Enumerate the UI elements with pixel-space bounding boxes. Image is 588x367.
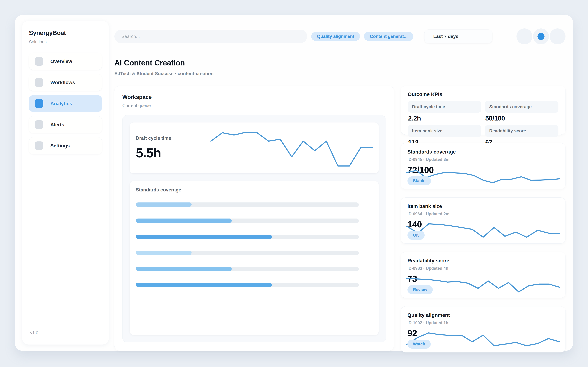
sparkline-chart (211, 130, 372, 168)
brand-logo: SynergyBoat (29, 30, 102, 36)
kpi-label: Item bank size (412, 128, 477, 133)
kpi-tile: Item bank size (408, 125, 481, 137)
filter-chip-content-generation[interactable]: Content generat... (364, 32, 414, 41)
draft-cycle-time-value: 5.5h (136, 145, 211, 160)
kpi-cell-draft-cycle-time: Draft cycle time2.2h (408, 101, 481, 123)
kpi-cell-standards-coverage: Standards coverage58/100 (485, 101, 558, 123)
coverage-bar-track (136, 267, 359, 271)
app-version: v1.0 (29, 330, 102, 335)
app-container: SynergyBoat Solutions OverviewWorkflowsA… (15, 15, 573, 351)
overview-icon (35, 57, 43, 66)
sidebar-item-analytics[interactable]: Analytics (29, 95, 102, 112)
date-range-selector[interactable]: Last 7 days (424, 30, 492, 43)
metric-card-meta: ID-0945 · Updated 8m (407, 157, 559, 162)
metric-card-item-bank-size: Item bank sizeID-0964 · Updated 2m140OK (401, 198, 565, 243)
analytics-icon (35, 99, 43, 108)
workspace-subtitle: Current queue (122, 103, 386, 108)
breadcrumb: EdTech & Student Success · content-creat… (114, 71, 565, 76)
kpi-label: Readability score (489, 128, 554, 133)
sidebar-item-label: Alerts (50, 122, 64, 127)
topbar: Quality alignment Content generat... Las… (114, 28, 565, 44)
coverage-bar-track (136, 251, 359, 255)
sidebar-item-overview[interactable]: Overview (29, 53, 102, 70)
sidebar-item-settings[interactable]: Settings (29, 137, 102, 154)
coverage-bar-fill (136, 234, 272, 239)
kpi-tile: Draft cycle time (408, 101, 481, 113)
coverage-bar-track (136, 283, 359, 287)
status-badge: OK (407, 231, 425, 240)
alerts-icon (35, 120, 43, 129)
coverage-bar-row (136, 234, 372, 239)
kpi-label: Standards coverage (489, 104, 554, 109)
sidebar-item-alerts[interactable]: Alerts (29, 116, 102, 133)
coverage-bar-row (136, 251, 372, 255)
coverage-bar-row (136, 283, 372, 287)
dashboard-root: { "theme": { "accent": "#3b96e8", "activ… (0, 0, 588, 367)
kpi-value: 58/100 (485, 115, 558, 122)
draft-cycle-time-summary: Draft cycle time 5.5h (136, 135, 211, 160)
filter-chip-quality-alignment[interactable]: Quality alignment (311, 32, 360, 41)
metric-card-meta: ID-0983 · Updated 4h (407, 266, 559, 271)
queue-panel: Draft cycle time 5.5h Standards coverage (122, 115, 386, 342)
outcome-kpis-grid: Draft cycle time2.2hStandards coverage58… (408, 101, 558, 147)
metric-card-meta: ID-1002 · Updated 1h (407, 320, 559, 325)
notification-button[interactable] (533, 28, 549, 44)
outcome-kpis-card: Outcome KPIs Draft cycle time2.2hStandar… (401, 86, 565, 134)
metric-card-meta: ID-0964 · Updated 2m (407, 212, 559, 216)
draft-cycle-time-sparkline (211, 130, 372, 168)
metric-card-quality-alignment: Quality alignmentID-1002 · Updated 1h92W… (401, 307, 565, 352)
notification-dot-icon (537, 33, 545, 40)
kpi-label: Draft cycle time (412, 104, 477, 109)
metric-card-title: Quality alignment (407, 312, 559, 318)
sidebar-item-label: Settings (50, 143, 70, 149)
coverage-bar-fill (136, 218, 232, 223)
coverage-bar-fill (136, 267, 232, 271)
brand-tagline: Solutions (29, 40, 102, 44)
side-cards: Standards coverageID-0945 · Updated 8m72… (401, 143, 565, 352)
right-column: Outcome KPIs Draft cycle time2.2hStandar… (401, 86, 565, 352)
sparkline-chart (407, 223, 559, 239)
status-badge: Review (407, 285, 433, 294)
metric-card-sparkline (407, 223, 559, 239)
coverage-bar-track (136, 218, 359, 223)
coverage-bar-track (136, 202, 359, 207)
metric-card-title: Standards coverage (407, 149, 559, 155)
sidebar-item-label: Overview (50, 58, 72, 64)
kpi-tile: Readability score (485, 125, 558, 137)
standards-coverage-label: Standards coverage (136, 187, 372, 193)
coverage-bar-track (136, 234, 359, 239)
coverage-bar-row (136, 218, 372, 223)
search-input[interactable] (114, 30, 307, 43)
draft-cycle-time-label: Draft cycle time (136, 135, 211, 141)
sidebar-nav: OverviewWorkflowsAnalyticsAlertsSettings (29, 53, 102, 154)
sidebar: SynergyBoat Solutions OverviewWorkflowsA… (22, 21, 109, 344)
status-badge: Stable (407, 176, 431, 185)
settings-icon (35, 142, 43, 150)
icon-button-right[interactable] (550, 28, 565, 44)
workflows-icon (35, 78, 43, 87)
coverage-bar-row (136, 267, 372, 271)
metric-card-title: Readability score (407, 258, 559, 264)
standards-coverage-card: Standards coverage (130, 181, 379, 335)
metric-card-readability-score: Readability scoreID-0983 · Updated 4h73R… (401, 252, 565, 298)
sidebar-item-label: Analytics (50, 101, 72, 106)
workspace-card: Workspace Current queue Draft cycle time… (114, 86, 394, 351)
workspace-title: Workspace (122, 94, 386, 100)
page-title: AI Content Creation (114, 58, 565, 67)
sidebar-item-workflows[interactable]: Workflows (29, 74, 102, 91)
metric-card-standards-coverage: Standards coverageID-0945 · Updated 8m72… (401, 143, 565, 189)
standards-coverage-bars (136, 202, 372, 287)
coverage-bar-fill (136, 283, 272, 287)
draft-cycle-time-card: Draft cycle time 5.5h (130, 123, 379, 173)
status-badge: Watch (407, 340, 431, 349)
metric-card-title: Item bank size (407, 203, 559, 209)
sidebar-item-label: Workflows (50, 80, 75, 85)
main-area: Quality alignment Content generat... Las… (114, 28, 565, 352)
coverage-bar-fill (136, 251, 191, 255)
coverage-bar-row (136, 202, 372, 207)
icon-button-left[interactable] (517, 28, 532, 44)
topbar-icon-buttons (517, 28, 565, 44)
outcome-kpis-title: Outcome KPIs (408, 92, 558, 97)
kpi-tile: Standards coverage (485, 101, 558, 113)
coverage-bar-fill (136, 202, 191, 207)
